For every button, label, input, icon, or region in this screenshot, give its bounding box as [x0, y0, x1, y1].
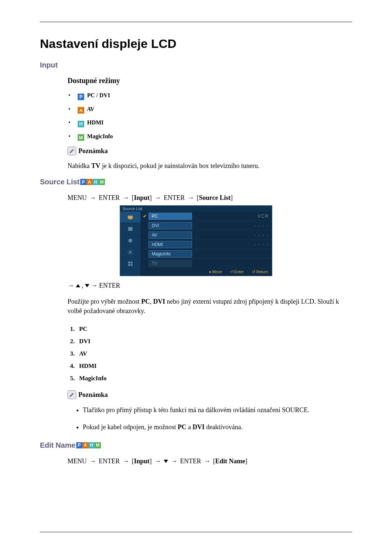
menu-path-seg: ENTER [164, 194, 185, 201]
m-badge-icon: M [78, 134, 84, 141]
osd-footer-label: Enter [234, 270, 244, 274]
svg-point-3 [128, 238, 132, 242]
arrow-icon: → [123, 194, 129, 201]
note-block-source-list: Poznámka [68, 390, 352, 399]
note-text-pre: Nabídka [68, 162, 91, 169]
desc-bold: DVI [153, 298, 165, 305]
svg-rect-7 [128, 264, 130, 266]
note-text: a [186, 423, 192, 431]
osd-side-picture-icon [120, 223, 140, 235]
arrow-icon: → [155, 457, 161, 465]
mode-label: PC / DVI [87, 92, 110, 98]
list-item: HDMI [76, 360, 352, 372]
source-list-notes: Tlačítko pro přímý přístup k této funkci… [83, 405, 352, 432]
edit-name-badges: P A H M [76, 442, 101, 448]
p-badge-icon: P [78, 94, 84, 100]
list-item: DVI [76, 335, 352, 348]
note-pencil-icon [68, 390, 76, 399]
note-block-input: Poznámka [68, 147, 352, 155]
bullet-icon: • [68, 119, 71, 126]
triangle-down-icon [85, 284, 89, 287]
bullet-icon: • [68, 106, 71, 112]
note-item: Tlačítko pro přímý přístup k této funkci… [83, 405, 352, 415]
osd-check-icon [143, 242, 147, 247]
svg-point-4 [129, 251, 131, 253]
menu-path-seg: ENTER [99, 457, 120, 465]
note-item: Pokud je kabel odpojen, je možnost PC a … [83, 422, 352, 432]
source-ordered-list: PC DVI AV HDMI MagicInfo [76, 323, 352, 385]
osd-row: AV : - - - - [140, 230, 272, 240]
osd-option-label: AV [148, 231, 192, 239]
mode-label: MagicInfo [87, 133, 113, 139]
list-item: MagicInfo [76, 372, 352, 385]
menu-path-seg-bold: Input [134, 457, 150, 465]
note-pencil-icon [68, 147, 76, 155]
source-list-badges: P A H M [80, 179, 105, 185]
arrow-icon: → [171, 457, 177, 465]
osd-row: DVI : - - - - [140, 221, 272, 230]
h-badge-icon: H [78, 121, 84, 127]
arrow-icon: → [188, 194, 194, 201]
arrow-icon: → [90, 457, 96, 465]
note-text-bold: TV [91, 162, 100, 169]
osd-side-setup-icon [120, 246, 140, 258]
osd-check-icon [143, 214, 147, 218]
menu-path-seg: ENTER [180, 457, 201, 465]
menu-path-seg-bold: Input [134, 194, 150, 201]
note-text-post: je k dispozici, pokud je nainstalován bo… [101, 162, 260, 169]
note-label: Poznámka [78, 147, 108, 155]
note-bold: PC [177, 423, 186, 431]
svg-rect-6 [131, 262, 132, 263]
triangle-down-icon [164, 460, 168, 463]
mode-item-pc-dvi: • P PC / DVI [68, 92, 352, 100]
svg-rect-0 [128, 216, 133, 219]
osd-option-label: TV [148, 260, 192, 267]
list-item: AV [76, 348, 352, 360]
nav-hint-enter: ENTER [99, 282, 120, 289]
bullet-icon: • [68, 92, 71, 99]
section-heading-edit-name: Edit Name [40, 441, 75, 450]
osd-check-icon [143, 252, 147, 256]
osd-sep: : [192, 233, 197, 238]
arrow-icon: → [155, 194, 161, 201]
bullet-icon: • [68, 133, 71, 140]
desc-text: Použijte pro výběr možnost [68, 298, 141, 305]
mode-item-magicinfo: • M MagicInfo [68, 133, 352, 141]
p-badge-icon: P [76, 442, 82, 448]
svg-rect-2 [128, 227, 132, 231]
nav-hint-source-list: → , → ENTER [68, 282, 352, 290]
section-heading-input: Input [40, 61, 352, 69]
mode-label: AV [87, 106, 94, 112]
p-badge-icon: P [80, 179, 86, 185]
page-title: Nastavení displeje LCD [40, 37, 352, 51]
triangle-up-icon [76, 284, 80, 287]
osd-option-label: HDMI [148, 241, 192, 248]
menu-path-seg: MENU [68, 194, 87, 201]
list-item: PC [76, 323, 352, 335]
osd-main: PC : VCR DVI : - - - - AV : - - - [140, 212, 272, 276]
menu-path-edit-name: MENU → ENTER → [Input] → → ENTER → [Edit… [68, 457, 352, 465]
osd-sidebar [120, 212, 140, 276]
mode-label: HDMI [87, 119, 103, 126]
bottom-rule [40, 532, 352, 532]
menu-path-seg-bold: Edit Name [215, 457, 245, 465]
osd-row: HDMI : - - - - [140, 240, 272, 249]
arrow-icon: → [90, 194, 96, 201]
a-badge-icon: A [82, 442, 89, 448]
osd-side-input-icon [120, 212, 140, 223]
osd-option-label: MagicInfo [148, 250, 192, 258]
osd-value: - - - - [197, 233, 269, 238]
arrow-icon: → [204, 457, 211, 465]
source-list-description: Použijte pro výběr možnost PC, DVI nebo … [68, 297, 352, 316]
section-heading-source-list: Source List [40, 178, 79, 186]
osd-option-label: PC [148, 213, 192, 220]
osd-title: Source List [120, 206, 272, 212]
osd-footer-return: ↺ Return [252, 270, 268, 274]
osd-value: - - - - [197, 242, 269, 247]
note-text: deaktivována. [204, 423, 242, 431]
note-label: Poznámka [78, 391, 108, 399]
h-badge-icon: H [89, 442, 95, 448]
mode-item-av: • A AV [68, 106, 352, 114]
arrow-icon: → [123, 457, 129, 465]
note-bold: DVI [192, 423, 204, 431]
